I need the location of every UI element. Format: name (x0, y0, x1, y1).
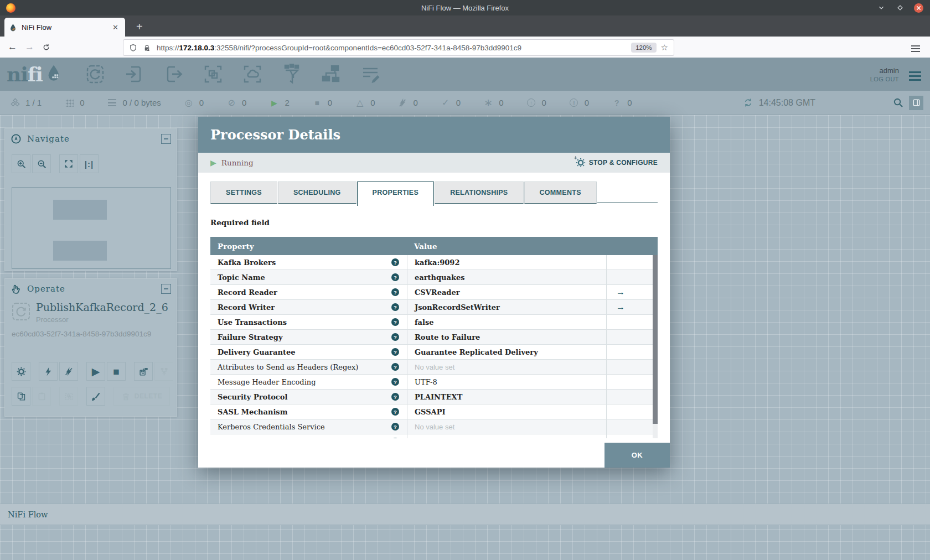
table-row[interactable]: Record Reader?CSVReader→ (210, 285, 658, 300)
property-value[interactable]: JsonRecordSetWriter (415, 303, 500, 312)
help-icon[interactable]: ? (391, 273, 399, 281)
table-row[interactable]: Message Header Encoding?UTF-8 (210, 375, 658, 390)
table-scrollbar[interactable] (653, 255, 658, 438)
drag-template-icon[interactable] (319, 63, 343, 86)
drag-output-port-icon[interactable] (162, 63, 185, 86)
tab-close-icon[interactable]: ✕ (110, 23, 121, 32)
window-maximize-button[interactable] (895, 3, 905, 13)
property-value[interactable]: Guarantee Replicated Delivery (415, 348, 538, 356)
lock-warning-icon[interactable] (143, 44, 151, 52)
tab-relationships[interactable]: RELATIONSHIPS (435, 182, 523, 204)
collapse-navigate-button[interactable] (161, 134, 171, 144)
drag-input-port-icon[interactable] (123, 63, 146, 86)
zoom-level-badge[interactable]: 120% (631, 43, 656, 53)
back-button[interactable]: ← (8, 42, 17, 53)
property-value[interactable]: PLAINTEXT (415, 393, 462, 401)
zoom-in-button[interactable] (12, 154, 30, 173)
window-close-button[interactable] (914, 3, 923, 13)
bulletin-panel-button[interactable] (909, 96, 923, 110)
reload-button[interactable] (42, 43, 50, 51)
tab-properties[interactable]: PROPERTIES (357, 182, 435, 206)
tab-scheduling[interactable]: SCHEDULING (278, 182, 356, 204)
help-icon[interactable]: ? (391, 438, 399, 438)
copy-button[interactable] (12, 387, 30, 406)
browser-tab[interactable]: NiFi Flow ✕ (4, 18, 125, 37)
help-icon[interactable]: ? (391, 303, 399, 311)
stop-button[interactable]: ■ (107, 362, 126, 381)
property-value[interactable]: UTF-8 (415, 378, 437, 386)
table-row[interactable]: SASL Mechanism?GSSAPI (210, 405, 658, 419)
stop-and-configure-button[interactable]: + STOP & CONFIGURE (576, 158, 658, 168)
help-icon[interactable]: ? (391, 333, 399, 341)
table-row[interactable]: Failure Strategy?Route to Failure (210, 330, 658, 345)
upload-template-button[interactable] (154, 362, 173, 381)
property-value[interactable]: kafka:9092 (415, 258, 459, 267)
forward-button[interactable]: → (25, 42, 34, 53)
help-icon[interactable]: ? (391, 348, 399, 356)
property-value[interactable]: earthquakes (415, 273, 465, 282)
help-icon[interactable]: ? (391, 423, 399, 431)
search-icon[interactable] (893, 97, 903, 108)
fill-color-button[interactable] (86, 387, 105, 406)
property-value[interactable]: false (415, 318, 434, 326)
help-icon[interactable]: ? (391, 393, 399, 401)
zoom-out-button[interactable] (32, 154, 51, 173)
property-value[interactable]: CSVReader (415, 288, 460, 297)
table-row[interactable]: Attributes to Send as Headers (Regex)?No… (210, 360, 658, 375)
ok-button[interactable]: OK (604, 443, 670, 468)
table-row[interactable]: Security Protocol?PLAINTEXT (210, 390, 658, 405)
table-row[interactable]: Record Writer?JsonRecordSetWriter→ (210, 300, 658, 315)
table-row[interactable]: Kerberos Credentials Service?No value se… (210, 419, 658, 434)
global-menu-button[interactable] (909, 69, 921, 79)
tab-comments[interactable]: COMMENTS (524, 182, 597, 204)
scrollbar-thumb[interactable] (653, 255, 658, 424)
goto-service-arrow-icon[interactable]: → (616, 287, 625, 297)
property-value[interactable]: No value set (415, 363, 454, 371)
breadcrumb[interactable]: NiFi Flow (8, 510, 48, 519)
shield-icon[interactable] (129, 44, 137, 52)
help-icon[interactable]: ? (391, 258, 399, 266)
save-template-button[interactable] (134, 362, 153, 381)
table-row[interactable]: ?No value set (210, 434, 658, 438)
logout-link[interactable]: LOG OUT (870, 76, 899, 82)
collapse-operate-button[interactable] (161, 284, 171, 294)
help-icon[interactable]: ? (391, 288, 399, 296)
property-value[interactable]: No value set (415, 423, 454, 431)
drag-funnel-icon[interactable] (280, 63, 303, 86)
group-button[interactable] (59, 387, 78, 406)
drag-process-group-icon[interactable] (202, 63, 225, 86)
help-icon[interactable]: ? (391, 408, 399, 416)
bookmark-star-icon[interactable]: ☆ (661, 43, 668, 53)
refresh-icon[interactable] (743, 98, 753, 108)
table-row[interactable]: Topic Name?earthquakes (210, 270, 658, 285)
help-icon[interactable]: ? (391, 378, 399, 386)
table-row[interactable]: Kafka Brokers?kafka:9092 (210, 255, 658, 270)
property-value[interactable]: GSSAPI (415, 408, 446, 416)
property-name: Delivery Guarantee (218, 348, 391, 356)
help-icon[interactable]: ? (391, 318, 399, 326)
url-bar[interactable]: https://172.18.0.3:32558/nifi/?processGr… (123, 39, 674, 56)
property-value[interactable]: No value set (415, 438, 454, 439)
gear-button[interactable] (12, 362, 30, 381)
zoom-fit-button[interactable] (59, 154, 78, 173)
drag-label-icon[interactable] (359, 63, 382, 86)
delete-button[interactable]: DELETE (113, 387, 170, 406)
firefox-menu-button[interactable] (911, 42, 920, 51)
drag-remote-process-group-icon[interactable] (241, 63, 264, 86)
locally-modified-stale-icon: ! (569, 98, 579, 108)
birdseye-minimap[interactable] (12, 187, 171, 269)
lightning-slash-button[interactable] (59, 362, 78, 381)
property-value[interactable]: Route to Failure (415, 333, 480, 341)
paste-button[interactable] (32, 387, 51, 406)
table-row[interactable]: Use Transactions?false (210, 315, 658, 330)
tab-settings[interactable]: SETTINGS (210, 182, 277, 204)
goto-service-arrow-icon[interactable]: → (616, 302, 625, 312)
help-icon[interactable]: ? (391, 363, 399, 371)
zoom-actual-button[interactable]: |:| (80, 154, 99, 173)
play-button[interactable]: ▶ (86, 362, 105, 381)
new-tab-button[interactable]: + (133, 20, 146, 33)
drag-processor-icon[interactable] (84, 63, 107, 86)
table-row[interactable]: Delivery Guarantee?Guarantee Replicated … (210, 345, 658, 360)
lightning-button[interactable] (39, 362, 58, 381)
window-minimize-button[interactable] (876, 3, 886, 13)
